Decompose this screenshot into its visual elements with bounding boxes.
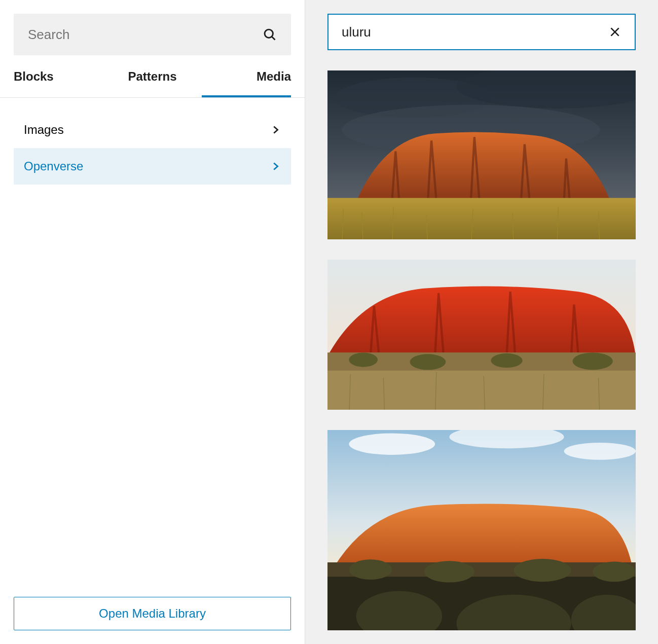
svg-point-23 [573, 353, 613, 370]
media-source-label: Openverse [24, 159, 83, 173]
chevron-right-icon [270, 124, 281, 135]
chevron-right-icon [270, 161, 281, 172]
svg-point-34 [564, 443, 636, 460]
results-panel [305, 0, 658, 644]
svg-point-40 [593, 562, 636, 582]
search-box[interactable] [14, 14, 291, 55]
spacer [0, 185, 305, 583]
search-icon [263, 27, 277, 42]
tab-media[interactable]: Media [202, 69, 291, 97]
inserter-panel: Blocks Patterns Media Images Openverse O… [0, 0, 305, 644]
tabs: Blocks Patterns Media [0, 69, 305, 98]
svg-point-22 [491, 353, 522, 368]
media-source-label: Images [24, 123, 64, 137]
svg-point-32 [349, 434, 435, 455]
close-icon[interactable] [608, 25, 622, 39]
svg-point-0 [265, 29, 273, 38]
svg-point-39 [514, 559, 571, 582]
tab-blocks[interactable]: Blocks [14, 69, 103, 97]
search-container [0, 0, 305, 55]
media-source-openverse[interactable]: Openverse [14, 148, 291, 185]
search-input[interactable] [28, 27, 263, 43]
open-media-library-button[interactable]: Open Media Library [14, 597, 291, 630]
tab-patterns[interactable]: Patterns [103, 69, 202, 97]
media-source-images[interactable]: Images [14, 112, 291, 148]
search-result-image[interactable] [327, 260, 636, 410]
media-source-list: Images Openverse [0, 98, 305, 185]
search-result-image[interactable] [327, 430, 636, 630]
search-result-image[interactable] [327, 70, 636, 239]
query-input[interactable] [342, 24, 608, 40]
svg-point-38 [424, 561, 474, 582]
svg-point-21 [410, 354, 446, 370]
svg-point-37 [349, 560, 392, 580]
svg-line-1 [272, 37, 275, 40]
svg-rect-8 [327, 198, 636, 239]
query-box[interactable] [327, 14, 636, 50]
svg-point-20 [349, 353, 378, 367]
